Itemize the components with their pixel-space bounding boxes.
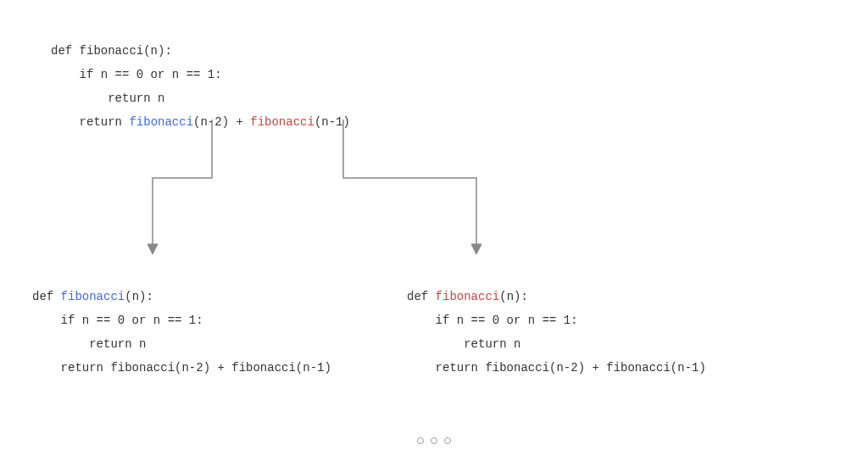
code-line-4: return fibonacci(n-2) + fibonacci(n-1)	[32, 361, 331, 375]
code-line-1: def fibonacci(n):	[407, 290, 528, 303]
code-line-2: if n == 0 or n == 1:	[32, 314, 203, 327]
code-line-4: return fibonacci(n-2) + fibonacci(n-1)	[51, 115, 350, 129]
svg-marker-0	[147, 244, 158, 254]
call-left: fibonacci	[129, 115, 193, 129]
func-name-red: fibonacci	[436, 290, 500, 303]
code-line-2: if n == 0 or n == 1:	[51, 68, 222, 81]
code-line-3: return n	[407, 337, 520, 351]
pagination-dots	[417, 437, 451, 444]
code-line-3: return n	[51, 92, 164, 105]
dot-2[interactable]	[431, 437, 437, 444]
code-line-1: def fibonacci(n):	[32, 290, 153, 303]
code-line-2: if n == 0 or n == 1:	[407, 314, 578, 327]
svg-marker-1	[471, 244, 481, 254]
dot-1[interactable]	[417, 437, 424, 444]
code-top: def fibonacci(n): if n == 0 or n == 1: r…	[51, 15, 350, 134]
code-bottom-left: def fibonacci(n): if n == 0 or n == 1: r…	[32, 261, 331, 380]
code-bottom-right: def fibonacci(n): if n == 0 or n == 1: r…	[407, 261, 706, 380]
code-line-1: def fibonacci(n):	[51, 44, 172, 58]
call-right: fibonacci	[250, 115, 314, 129]
func-name-blue: fibonacci	[61, 290, 125, 303]
code-line-3: return n	[32, 337, 146, 351]
code-line-4: return fibonacci(n-2) + fibonacci(n-1)	[407, 361, 706, 375]
dot-3[interactable]	[444, 437, 451, 444]
